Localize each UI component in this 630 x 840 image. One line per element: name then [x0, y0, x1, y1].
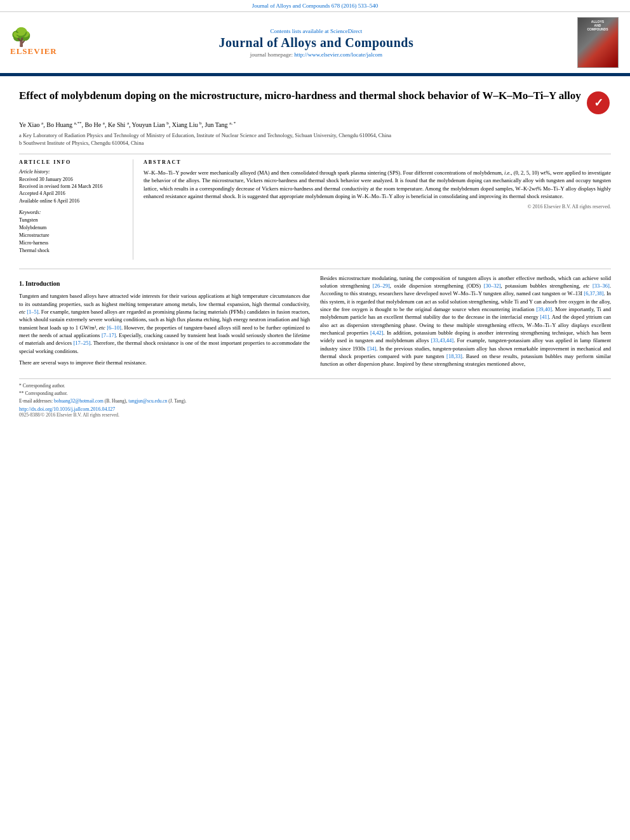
journal-header: 🌳 ELSEVIER Contents lists available at S…	[0, 12, 630, 74]
received-revised: Received in revised form 24 March 2016	[19, 183, 125, 190]
history-label: Article history:	[19, 169, 125, 175]
journal-thumb-image: ALLOYSANDCOMPOUNDS	[577, 17, 619, 68]
contents-line: Contents lists available at ScienceDirec…	[57, 28, 575, 34]
article-history: Article history: Received 30 January 201…	[19, 169, 125, 204]
info-abstract-section: ARTICLE INFO Article history: Received 3…	[19, 159, 611, 260]
keyword-3: Microstructure	[19, 232, 125, 239]
email-1-link[interactable]: bohuang32@hotmail.com	[54, 398, 104, 404]
abstract-text: W–K–Mo–Ti–Y powder were mechanically all…	[144, 169, 611, 200]
article-info-header: ARTICLE INFO	[19, 159, 125, 165]
accepted-date: Accepted 4 April 2016	[19, 190, 125, 197]
keywords-section: Keywords: Tungsten Molybdenum Microstruc…	[19, 210, 125, 255]
article-title-section: Effect of molybdenum doping on the micro…	[19, 84, 611, 114]
journal-thumbnail: ALLOYSANDCOMPOUNDS	[575, 17, 620, 68]
crossmark-badge: ✓	[586, 91, 611, 114]
sciencedirect-link[interactable]: ScienceDirect	[330, 28, 362, 34]
journal-title: Journal of Alloys and Compounds	[57, 36, 575, 50]
ref-41: [41]	[540, 314, 549, 320]
keyword-4: Micro-harness	[19, 239, 125, 247]
ref-7-17: [7–17]	[102, 332, 116, 338]
affiliation-b: b Southwest Institute of Physics, Chengd…	[19, 140, 611, 147]
article-info-column: ARTICLE INFO Article history: Received 3…	[19, 159, 133, 260]
ref-17-25: [17–25]	[73, 340, 90, 346]
journal-reference: Journal of Alloys and Compounds 678 (201…	[252, 3, 379, 9]
keywords-label: Keywords:	[19, 210, 125, 215]
email-2-link[interactable]: tangjun@scu.edu.cn	[128, 398, 167, 404]
ref-30-32: [30–32]	[484, 283, 501, 289]
ref-26-29: [26–29]	[373, 283, 390, 289]
doi-line: http://dx.doi.org/10.1016/j.jallcom.2016…	[19, 406, 611, 412]
keyword-2: Molybdenum	[19, 224, 125, 232]
homepage-link[interactable]: http://www.elsevier.com/locate/jalcom	[294, 51, 382, 58]
article-title: Effect of molybdenum doping on the micro…	[19, 89, 586, 103]
elsevier-tree-icon: 🌳	[10, 29, 32, 46]
copyright: © 2016 Elsevier B.V. All rights reserved…	[144, 204, 611, 210]
footnote-email: E-mail addresses: bohuang32@hotmail.com …	[19, 398, 611, 404]
doi-link[interactable]: http://dx.doi.org/10.1016/j.jallcom.2016…	[19, 406, 115, 412]
ref-4-42: [4,42]	[370, 330, 384, 336]
main-content: Effect of molybdenum doping on the micro…	[0, 76, 630, 430]
journal-reference-bar: Journal of Alloys and Compounds 678 (201…	[0, 0, 630, 12]
intro-para-1: Tungsten and tungsten based alloys have …	[19, 292, 310, 355]
journal-center-block: Contents lists available at ScienceDirec…	[57, 28, 575, 58]
ref-34: [34]	[367, 345, 376, 352]
ref-1-5: [1–5]	[27, 309, 38, 315]
footnote-corresponding-2: ** Corresponding author.	[19, 390, 611, 396]
intro-title: 1. Introduction	[19, 279, 310, 289]
issn-line: 0925-8388/© 2016 Elsevier B.V. All right…	[19, 412, 611, 418]
abstract-header: ABSTRACT	[144, 159, 611, 165]
footnotes: * Corresponding author. ** Corresponding…	[19, 378, 611, 418]
abstract-column: ABSTRACT W–K–Mo–Ti–Y powder were mechani…	[144, 159, 611, 260]
affiliation-a: a Key Laboratory of Radiation Physics an…	[19, 132, 611, 140]
footnote-corresponding-1: * Corresponding author.	[19, 383, 611, 389]
available-date: Available online 6 April 2016	[19, 197, 125, 204]
body-section: 1. Introduction Tungsten and tungsten ba…	[19, 274, 611, 372]
keyword-5: Thermal shock	[19, 247, 125, 255]
right-para-1: Besides microstructure modulating, tunin…	[320, 274, 611, 368]
received-date: Received 30 January 2016	[19, 176, 125, 183]
ref-33-43-44: [33,43,44]	[431, 337, 453, 343]
ref-39-40: [39,40]	[536, 306, 552, 312]
crossmark-icon: ✓	[587, 91, 610, 114]
ref-18-33: [18,33]	[446, 353, 462, 359]
divider-1	[19, 154, 611, 154]
elsevier-label: ELSEVIER	[10, 46, 57, 57]
authors-line: Ye Xiao a, Bo Huang a,**, Bo He a, Ke Sh…	[19, 121, 611, 128]
ref-6-37-38: [6,37,38]	[584, 290, 603, 297]
affiliations: a Key Laboratory of Radiation Physics an…	[19, 132, 611, 147]
ref-33-36: [33–36]	[593, 283, 610, 289]
keyword-1: Tungsten	[19, 217, 125, 224]
intro-para-2: There are several ways to improve their …	[19, 359, 310, 366]
ref-6-10: [6–10]	[107, 324, 121, 331]
homepage-line: journal homepage: http://www.elsevier.co…	[57, 51, 575, 58]
divider-2	[19, 269, 611, 269]
elsevier-logo: 🌳 ELSEVIER	[10, 29, 57, 57]
authors: Ye Xiao a, Bo Huang a,**, Bo He a, Ke Sh…	[19, 121, 236, 128]
body-left-column: 1. Introduction Tungsten and tungsten ba…	[19, 274, 310, 372]
body-right-column: Besides microstructure modulating, tunin…	[320, 274, 611, 372]
